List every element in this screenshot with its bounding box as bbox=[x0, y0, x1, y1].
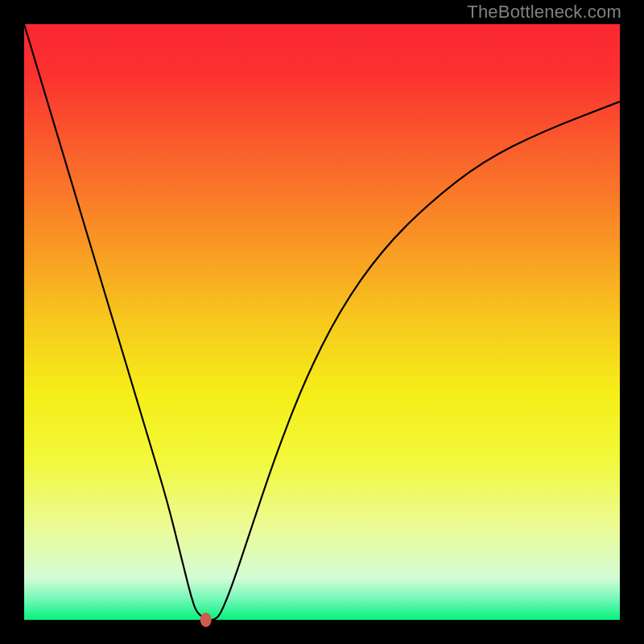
optimum-marker bbox=[200, 613, 212, 627]
watermark-text: TheBottleneck.com bbox=[467, 2, 621, 23]
bottleneck-chart bbox=[0, 0, 644, 644]
chart-frame: TheBottleneck.com bbox=[0, 0, 644, 644]
